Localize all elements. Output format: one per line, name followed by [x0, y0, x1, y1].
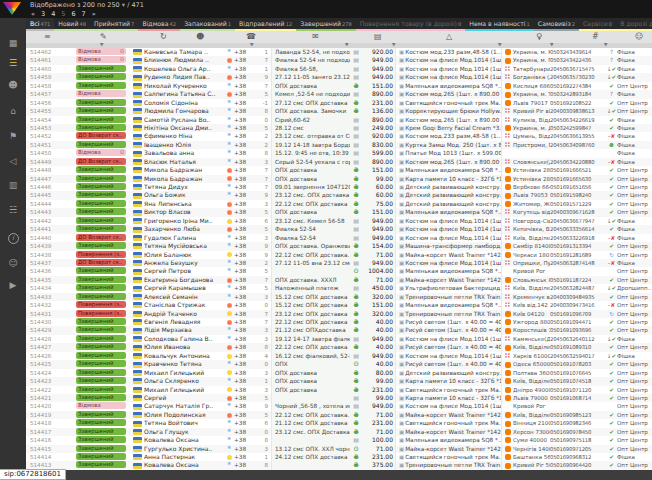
order-row[interactable]: 514420ВідмоваСатарчук Наталія Гр..*+389Ч… [26, 402, 652, 410]
marketing-icon[interactable]: ◁ [0, 156, 26, 166]
order-row[interactable]: 514436ЗавершенийСергей Петров*+385ʘ1004.… [26, 267, 652, 275]
clients-icon[interactable]: ☻ [196, 31, 204, 43]
order-row[interactable]: 514447ЗавершенийМикола Бадражан+387ОПХ д… [26, 175, 652, 183]
order-row[interactable]: 514419ЗавершенийЮлия Подолинская+38522.1… [26, 411, 652, 419]
order-row[interactable]: 514457ВідмоваСалпегина Татьяна С..+385Ке… [26, 90, 652, 98]
order-row[interactable]: 514425ЗавершенийКравченко Тетяна*+380ОПХ… [26, 360, 652, 368]
tab-all[interactable]: Всі471 [26, 18, 54, 31]
order-row[interactable]: 514455ЗавершенийЛюдмила Гончарова*+388ОП… [26, 107, 652, 115]
tab-11[interactable]: В дорозі додому0 [616, 18, 652, 31]
order-row[interactable]: 514444ЗавершенийЯна Липенська+38322.12 с… [26, 200, 652, 208]
orders-icon[interactable]: ☰ [0, 58, 26, 68]
order-row[interactable]: 514427ЗавершенийЮлия Иванова+38822.12 см… [26, 343, 652, 351]
order-row[interactable]: 514449ДО Возврат ск..Власюк Наталья*+383… [26, 158, 652, 166]
filter-caret[interactable]: ▼ [392, 42, 395, 47]
order-row[interactable]: 514414ЗавершенийАнна Пастернак+38124.12 … [26, 453, 652, 461]
page-button-3[interactable]: 3 [41, 10, 45, 18]
tab-10[interactable]: Сервіси0 [579, 18, 616, 31]
rows-icon[interactable]: ≡ [44, 31, 51, 43]
basket-icon[interactable]: △ [446, 31, 452, 43]
order-row[interactable]: 514417ЗавершенийОльга Глущук*+38023.12 с… [26, 428, 652, 436]
order-row[interactable]: 514439ЗавершенийТетяна Мусійовська*+389О… [26, 242, 652, 250]
tab-1[interactable]: Новий48 [54, 18, 90, 31]
order-row[interactable]: 514418ЗавершенийТетяна Войтович*+38621.1… [26, 419, 652, 427]
order-row[interactable]: 514416ЗавершенийКовалева Оксана*+388▤100… [26, 436, 652, 444]
filter-caret[interactable]: ▼ [604, 42, 607, 47]
page-button-6[interactable]: 6 [71, 10, 75, 18]
order-row[interactable]: 514426ЗавершенийКовальчук Антонина+38416… [26, 352, 652, 360]
order-row[interactable]: 514460ЗавершенийКошелева Ольга Ар..*+381… [26, 65, 652, 73]
order-row[interactable]: 514422ЗавершенийМихаил Гилецький+383ОПХ … [26, 386, 652, 394]
ttn-status-icon: ↓✔ [607, 66, 616, 72]
order-row[interactable]: 514433ЗавершенийАлексей Семанін*+38315.1… [26, 293, 652, 301]
page-button-7[interactable]: 7 [82, 10, 86, 18]
clients-icon[interactable]: ☻ [0, 80, 26, 90]
finance-icon[interactable]: ⌂ [0, 106, 26, 116]
filter-caret[interactable]: ▼ [550, 42, 553, 47]
order-row[interactable]: 514448ЗавершенийМикола Бадражан+387ОПХ д… [26, 166, 652, 174]
order-row[interactable]: 514415ЗавершенийГургулько Христина..*+38… [26, 445, 652, 453]
filter-caret[interactable]: ▼ [250, 42, 253, 47]
order-row[interactable]: 514435ЗавершенийЕкатерина Богданова+387О… [26, 276, 652, 284]
order-row[interactable]: 514458ЗавершенийНиколай Кучеренко*+387ОП… [26, 82, 652, 90]
tab-7[interactable]: Повернення товару (в дорозі)0 [356, 18, 465, 31]
order-row[interactable]: 514413ЗавершенийКовалева Оксана*+388₴375… [26, 461, 652, 469]
order-row[interactable]: 514440ДО Возврат ск..Гудалюк Галина*+383… [26, 234, 652, 242]
products-icon[interactable]: ⚑ [0, 131, 26, 141]
location-icon[interactable]: ♀ [536, 31, 542, 43]
support-icon[interactable]: ☺ [0, 258, 26, 268]
ttn-status-icon: ↓✔ [607, 108, 616, 114]
tab-9[interactable]: Самовивіз2 [534, 18, 579, 31]
comment-icon[interactable]: ✉ [312, 31, 319, 43]
tab-3[interactable]: Відмова42 [138, 18, 180, 31]
info-icon[interactable]: i [0, 233, 26, 244]
reports-icon[interactable]: ▥ [0, 180, 26, 190]
order-row[interactable]: 514459ЗавершенийРуденко Лидия Пав..+3892… [26, 73, 652, 81]
order-row[interactable]: 514429ЗавершенийЛідія Мерзаєва*+38321.12… [26, 326, 652, 334]
money-icon[interactable]: ▤ [374, 31, 382, 43]
order-row[interactable]: 514456ЗавершенийСоломія Сідоніна*+38-127… [26, 99, 652, 107]
last-page-button[interactable]: » [92, 10, 96, 18]
refresh-icon[interactable]: ↻ [160, 31, 167, 43]
page-size-dropdown[interactable]: ▾ [122, 1, 125, 9]
order-row[interactable]: 514424ЗавершенийМихаил Гилецький+383ОПХ … [26, 369, 652, 377]
order-row[interactable]: 514432Повернення (з..Станіслав Стрижак+3… [26, 301, 652, 309]
order-row[interactable]: 514454ЗавершенийСамотій Руслана Во..*+38… [26, 116, 652, 124]
video-icon[interactable]: ▶ [0, 280, 26, 290]
filter-caret[interactable]: ▼ [345, 42, 348, 47]
tab-5[interactable]: Відправлений12 [235, 18, 296, 31]
order-row[interactable]: 514443ЗавершенийВиктор Власов+385ОПХ дос… [26, 208, 652, 216]
order-row[interactable]: 514421ЗавершенийСергей+385▤99.00▣Карта п… [26, 394, 652, 402]
filter-caret[interactable]: ▼ [100, 42, 103, 47]
ttn-status-icon: –✘ [608, 159, 615, 165]
order-row[interactable]: 514453ЗавершенийНікітіна Оксана Дми..*+3… [26, 124, 652, 132]
order-row[interactable]: 514461ВідмоваʘБлизнюк Людмила ..+387Фиал… [26, 56, 652, 64]
order-row[interactable]: 514441ЗавершенийЗахарченко Люба+385Фиалк… [26, 225, 652, 233]
order-row[interactable]: 514462ВідмоваʘКаневська Тамара ..*+381Ла… [26, 48, 652, 56]
order-row[interactable]: 514438Повернення (з..Юлия Баланюк+38922.… [26, 251, 652, 259]
order-row[interactable]: 514446ЗавершенийТетяна Дидух*+38709.01 з… [26, 183, 652, 191]
dashboard-icon[interactable]: ▦ [0, 38, 26, 48]
first-page-button[interactable]: « [31, 10, 35, 18]
page-button-4[interactable]: 4 [51, 10, 55, 18]
order-row[interactable]: 514451ЗавершенийІващенко Юлія*+38219.12 … [26, 141, 652, 149]
tab-2[interactable]: Прийнятий7 [90, 18, 138, 31]
order-row[interactable]: 514434ЗавершенийСергей Карамышев*+385Нал… [26, 284, 652, 292]
manager-icon[interactable]: ☺ [635, 31, 643, 43]
order-row[interactable]: 514450ВідмоваʘЗавальова анна*+38815.12. … [26, 149, 652, 157]
order-row[interactable]: 514430ЗавершенийЄвгенія Левадняя+38722.1… [26, 318, 652, 326]
order-row[interactable]: 514452ДО Возврат ск..Єфименко Ніна*+3822… [26, 132, 652, 140]
tab-6[interactable]: Завершений278 [296, 18, 356, 31]
tab-4[interactable]: Запакований1 [180, 18, 235, 31]
settings-icon[interactable]: ☵ [0, 205, 26, 215]
order-row[interactable]: 514423ЗавершенийОльга Скляренко*+381ОПХ … [26, 377, 652, 385]
order-row[interactable]: 514445ЗавершенийОльга Божик*+38923.12 см… [26, 191, 652, 199]
order-row[interactable]: 514442ЗавершенийГригоренко Іріна Ми..+38… [26, 217, 652, 225]
tab-8[interactable]: Нема в наявності1 [465, 18, 534, 31]
filter-caret[interactable]: ▼ [498, 42, 501, 47]
order-row[interactable]: 514431Повернення (з..Андрій Ткаченко+387… [26, 310, 652, 318]
page-button-5[interactable]: 5 [61, 10, 65, 18]
order-row[interactable]: 514437ДО Возврат ск..Анжела Безушку*+382… [26, 259, 652, 267]
order-row[interactable]: 514428ЗавершенийСолодкова Галина В..*+38… [26, 335, 652, 343]
barcode-icon[interactable]: # [592, 31, 599, 43]
